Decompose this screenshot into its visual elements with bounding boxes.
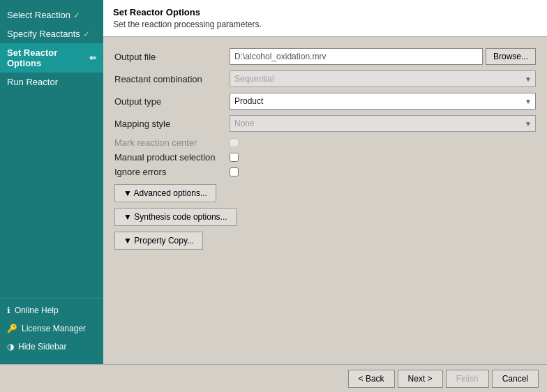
expand-buttons-group: ▼ Advanced options... ▼ Synthesis code o… bbox=[114, 184, 536, 255]
ignore-errors-row: Ignore errors bbox=[114, 167, 536, 177]
cancel-button[interactable]: Cancel bbox=[492, 370, 539, 388]
content-header: Set Reactor Options Set the reaction pro… bbox=[103, 0, 547, 37]
key-icon: 🔑 bbox=[7, 324, 17, 333]
manual-product-selection-row: Manual product selection bbox=[114, 152, 536, 163]
sidebar: Select Reaction ✓ Specify Reactants ✓ Se… bbox=[0, 0, 103, 364]
reactant-combination-wrapper: Sequential ▼ bbox=[230, 70, 536, 87]
finish-button[interactable]: Finish bbox=[446, 370, 489, 388]
output-type-row: Output type Product ▼ bbox=[114, 93, 536, 110]
output-file-input[interactable] bbox=[230, 48, 483, 65]
back-button[interactable]: < Back bbox=[348, 370, 395, 388]
checkmark-icon: ✓ bbox=[83, 29, 90, 39]
next-button[interactable]: Next > bbox=[398, 370, 443, 388]
page-description: Set the reaction processing parameters. bbox=[113, 20, 537, 29]
output-file-row: Output file Browse... bbox=[114, 48, 536, 65]
online-help-button[interactable]: ℹ Online Help bbox=[0, 301, 103, 319]
output-file-label: Output file bbox=[114, 52, 230, 62]
sidebar-item-set-reactor-options[interactable]: Set Reactor Options ⇐ bbox=[0, 43, 103, 73]
checkmark-icon: ✓ bbox=[73, 10, 80, 20]
hide-sidebar-label: Hide Sidebar bbox=[18, 342, 66, 352]
mapping-style-select[interactable]: None bbox=[230, 115, 536, 132]
sidebar-item-run-reactor[interactable]: Run Reactor bbox=[0, 73, 103, 91]
sidebar-item-label: Select Reaction bbox=[7, 10, 70, 20]
license-manager-label: License Manager bbox=[22, 324, 86, 333]
sidebar-item-label: Set Reactor Options bbox=[7, 47, 87, 68]
sidebar-item-label: Specify Reactants bbox=[7, 29, 80, 39]
sidebar-bottom: ℹ Online Help 🔑 License Manager ◑ Hide S… bbox=[0, 298, 103, 359]
manual-product-selection-checkbox[interactable] bbox=[230, 153, 239, 162]
advanced-options-button[interactable]: ▼ Advanced options... bbox=[114, 184, 216, 202]
reactant-combination-label: Reactant combination bbox=[114, 74, 230, 84]
online-help-label: Online Help bbox=[15, 306, 59, 315]
manual-product-selection-label: Manual product selection bbox=[114, 152, 230, 163]
ignore-errors-label: Ignore errors bbox=[114, 167, 230, 177]
info-icon: ℹ bbox=[7, 306, 10, 315]
property-copy-button[interactable]: ▼ Property Copy... bbox=[114, 232, 203, 250]
hide-sidebar-button[interactable]: ◑ Hide Sidebar bbox=[0, 338, 103, 356]
circle-half-icon: ◑ bbox=[7, 342, 14, 352]
sidebar-spacer bbox=[0, 91, 103, 298]
mapping-style-wrapper: None ▼ bbox=[230, 115, 536, 132]
main-container: Select Reaction ✓ Specify Reactants ✓ Se… bbox=[0, 0, 547, 364]
browse-button[interactable]: Browse... bbox=[486, 48, 536, 65]
mapping-style-row: Mapping style None ▼ bbox=[114, 115, 536, 132]
output-type-wrapper: Product ▼ bbox=[230, 93, 536, 110]
arrow-icon: ⇐ bbox=[89, 53, 96, 63]
reactant-combination-row: Reactant combination Sequential ▼ bbox=[114, 70, 536, 87]
sidebar-item-select-reaction[interactable]: Select Reaction ✓ bbox=[0, 6, 103, 24]
mark-reaction-center-row: Mark reaction center bbox=[114, 137, 536, 148]
reactant-combination-select[interactable]: Sequential bbox=[230, 70, 536, 87]
mark-reaction-center-label: Mark reaction center bbox=[114, 137, 230, 148]
output-type-label: Output type bbox=[114, 96, 230, 107]
page-title: Set Reactor Options bbox=[113, 7, 537, 17]
sidebar-item-label: Run Reactor bbox=[7, 77, 58, 87]
mapping-style-label: Mapping style bbox=[114, 119, 230, 129]
license-manager-button[interactable]: 🔑 License Manager bbox=[0, 319, 103, 338]
synthesis-code-options-button[interactable]: ▼ Synthesis code options... bbox=[114, 208, 237, 226]
content-area: Set Reactor Options Set the reaction pro… bbox=[103, 0, 547, 364]
ignore-errors-checkbox[interactable] bbox=[230, 167, 239, 176]
content-body: Output file Browse... Reactant combinati… bbox=[103, 37, 547, 364]
output-type-select[interactable]: Product bbox=[230, 93, 536, 110]
mark-reaction-center-checkbox[interactable] bbox=[230, 138, 239, 147]
sidebar-item-specify-reactants[interactable]: Specify Reactants ✓ bbox=[0, 24, 103, 43]
footer: < Back Next > Finish Cancel bbox=[0, 364, 547, 392]
